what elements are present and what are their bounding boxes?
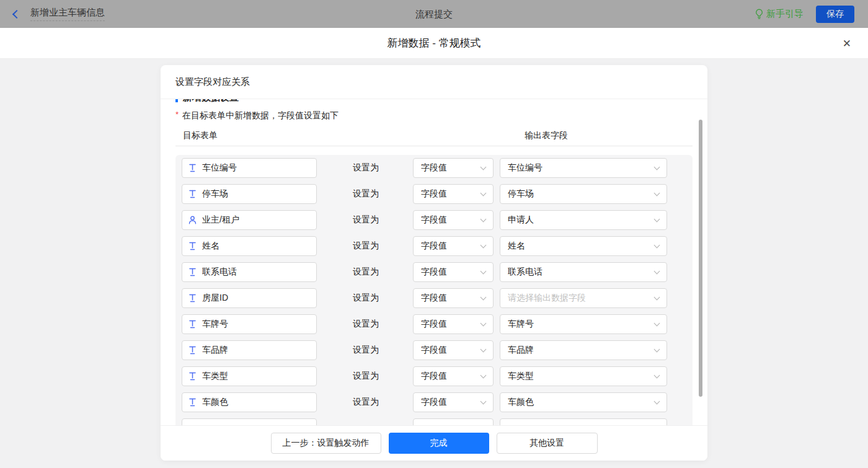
output-field-select[interactable]: 车类型 [500,366,667,386]
field-mapping-row: 联系电话 设置为 字段值 联系电话 [182,259,693,285]
target-field-label: 车颜色 [202,397,228,408]
chevron-down-icon [654,320,660,326]
set-as-label: 设置为 [353,214,380,226]
set-as-label: 设置为 [353,241,380,252]
target-field-input[interactable]: 业主/租户 [182,210,317,230]
output-field-select[interactable]: 车位编号 [500,158,667,178]
modal-title: 新增数据 - 常规模式 [387,36,480,50]
target-field-input[interactable] [182,418,317,425]
chevron-down-icon [654,398,660,404]
previous-step-button[interactable]: 上一步：设置触发动作 [271,433,381,454]
field-mapping-row: 车类型 设置为 字段值 车类型 [182,363,693,389]
target-field-input[interactable]: 车牌号 [182,314,317,334]
target-field-input[interactable]: 停车场 [182,184,317,204]
output-field-value: 车位编号 [508,162,542,174]
chevron-down-icon [654,346,660,352]
value-type-value: 字段值 [421,293,447,304]
output-field-select[interactable]: 车牌号 [500,314,667,334]
other-settings-button[interactable]: 其他设置 [497,433,598,454]
value-type-select[interactable]: 字段值 [413,236,494,256]
lightbulb-icon [755,9,763,19]
panel-scroll-area: 新增数据设置 *在目标表单中新增数据，字段值设置如下 目标表单 输出表字段 车位… [161,99,707,425]
chevron-down-icon [480,216,487,222]
value-type-value: 字段值 [421,345,447,356]
chevron-down-icon [480,164,487,170]
text-field-icon [188,190,197,198]
section-marker [175,99,178,102]
target-field-input[interactable]: 房屋ID [182,288,317,308]
value-type-select[interactable]: 字段值 [413,366,494,386]
output-field-select[interactable]: 车颜色 [500,392,667,412]
field-mapping-row: 停车场 设置为 字段值 停车场 [182,181,693,207]
value-type-value: 字段值 [421,241,447,252]
chevron-down-icon [654,164,660,170]
field-mapping-row: 车牌号 设置为 字段值 车牌号 [182,311,693,337]
save-button[interactable]: 保存 [816,6,854,23]
chevron-down-icon [480,346,487,352]
beginner-guide-link[interactable]: 新手引导 [755,8,804,20]
set-as-label: 设置为 [353,162,380,174]
modal-header: 新增数据 - 常规模式 ✕ [0,28,868,59]
field-mapping-row: 业主/租户 设置为 字段值 申请人 [182,207,693,233]
value-type-select[interactable]: 字段值 [413,392,494,412]
clipped-section-title: 新增数据设置 [175,99,693,104]
value-type-value: 字段值 [421,188,447,200]
value-type-select[interactable]: 字段值 [413,340,494,360]
target-field-input[interactable]: 联系电话 [182,262,317,282]
vertical-scrollbar[interactable] [699,120,702,397]
output-field-select[interactable] [500,418,667,425]
set-as-label: 设置为 [353,293,380,304]
chevron-down-icon [654,294,660,300]
output-field-placeholder: 请选择输出数据字段 [508,293,586,304]
flow-title[interactable]: 新增业主车辆信息 [30,7,105,21]
field-mapping-row [182,415,693,425]
value-type-select[interactable]: 字段值 [413,288,494,308]
output-field-select[interactable]: 联系电话 [500,262,667,282]
value-type-value: 字段值 [421,319,447,330]
panel-title: 设置字段对应关系 [161,65,707,99]
target-field-input[interactable]: 车品牌 [182,340,317,360]
chevron-down-icon [480,398,487,404]
field-mapping-panel: 设置字段对应关系 新增数据设置 *在目标表单中新增数据，字段值设置如下 目标表单… [161,65,707,461]
chevron-down-icon [654,268,660,274]
set-as-label: 设置为 [353,267,380,278]
value-type-select[interactable]: 字段值 [413,158,494,178]
target-field-input[interactable]: 车类型 [182,366,317,386]
target-field-input[interactable]: 姓名 [182,236,317,256]
text-field-icon [188,372,197,381]
set-as-label: 设置为 [353,188,380,200]
value-type-value: 字段值 [421,371,447,382]
set-as-label: 设置为 [353,345,380,356]
value-type-select[interactable]: 字段值 [413,210,494,230]
value-type-select[interactable] [413,418,494,425]
output-field-value: 姓名 [508,241,525,252]
value-type-select[interactable]: 字段值 [413,314,494,334]
flow-type-label: 流程提交 [415,8,453,20]
output-field-select[interactable]: 姓名 [500,236,667,256]
modal-body: 设置字段对应关系 新增数据设置 *在目标表单中新增数据，字段值设置如下 目标表单… [0,59,868,468]
value-type-select[interactable]: 字段值 [413,262,494,282]
output-field-select[interactable]: 请选择输出数据字段 [500,288,667,308]
output-field-select[interactable]: 停车场 [500,184,667,204]
target-field-label: 房屋ID [202,293,228,304]
output-field-value: 联系电话 [508,267,542,278]
text-field-icon [188,320,197,329]
target-field-input[interactable]: 车颜色 [182,392,317,412]
text-field-icon [188,346,197,355]
value-type-select[interactable]: 字段值 [413,184,494,204]
person-icon [188,216,197,224]
back-icon[interactable] [12,9,21,18]
output-field-select[interactable]: 车品牌 [500,340,667,360]
column-header-target-form: 目标表单 [183,130,218,141]
output-field-select[interactable]: 申请人 [500,210,667,230]
close-icon[interactable]: ✕ [843,38,851,48]
set-as-label: 设置为 [353,397,380,408]
chevron-down-icon [480,242,487,248]
done-button[interactable]: 完成 [389,433,489,454]
chevron-down-icon [654,190,660,196]
target-field-input[interactable]: 车位编号 [182,158,317,178]
field-mapping-rows: 车位编号 设置为 字段值 车位编号 停车场 设置为 字段值 停车场 [175,155,693,425]
chevron-down-icon [654,216,660,222]
field-mapping-row: 房屋ID 设置为 字段值 请选择输出数据字段 [182,285,693,311]
target-field-label: 车牌号 [202,319,228,330]
